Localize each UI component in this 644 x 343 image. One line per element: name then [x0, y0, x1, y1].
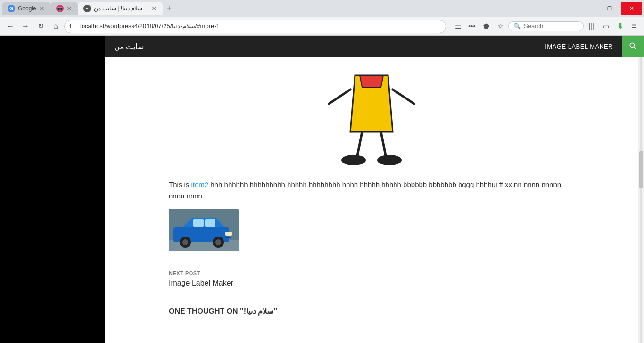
instagram-favicon: 📷: [56, 5, 64, 12]
tab-instagram[interactable]: 📷 ✕: [50, 2, 78, 15]
home-button[interactable]: ⌂: [49, 20, 62, 33]
content-container: This is item2 hhh hhhhhh hhhhhhhhh hhhhh…: [159, 57, 584, 343]
nav-label[interactable]: IMAGE LABEL MAKER: [536, 43, 622, 50]
car-image: [169, 209, 239, 251]
one-thought-heading: ONE THOUGHT ON "!سلام دنیا": [169, 307, 574, 316]
next-post-label: NEXT POST: [169, 270, 574, 276]
minimize-button[interactable]: —: [577, 2, 598, 15]
svg-line-5: [381, 132, 386, 155]
reader-view-button[interactable]: ☰: [452, 20, 464, 33]
tab-google-close[interactable]: ✕: [39, 5, 45, 12]
address-input[interactable]: [74, 20, 441, 33]
svg-rect-12: [193, 219, 204, 227]
scrollbar-thumb[interactable]: [639, 151, 643, 188]
address-bar-row: ← → ↻ ⌂ ℹ ☰ ••• ⬟ ☆ 🔍 ||| ▭ ⬇ ≡: [0, 17, 644, 36]
search-magnifier-icon: 🔍: [513, 23, 521, 30]
car-image-area: [169, 209, 574, 251]
svg-rect-13: [205, 219, 215, 227]
svg-line-2: [329, 90, 350, 104]
google-favicon: G: [8, 5, 15, 12]
tab-site-close[interactable]: ✕: [151, 5, 157, 12]
next-post-link[interactable]: Image Label Maker: [169, 279, 233, 287]
bookmarks-library-button[interactable]: |||: [586, 20, 598, 33]
search-input[interactable]: [524, 23, 578, 30]
post-divider-2: [169, 297, 574, 297]
main-content-area: سایت من IMAGE LABEL MAKER: [105, 36, 644, 343]
one-thought-section: ONE THOUGHT ON "!سلام دنیا": [169, 307, 574, 316]
text-before-link: This is: [169, 180, 191, 188]
svg-point-15: [182, 239, 188, 245]
header-search-button[interactable]: [622, 36, 644, 57]
stickman-image-area: [169, 57, 574, 179]
svg-marker-1: [360, 75, 383, 87]
post-divider: [169, 261, 574, 261]
page-body[interactable]: This is item2 hhh hhhhhh hhhhhhhhh hhhhh…: [105, 57, 644, 343]
search-svg-icon: [628, 41, 638, 51]
left-sidebar: [0, 36, 105, 343]
reload-button[interactable]: ↻: [34, 20, 47, 33]
item2-link[interactable]: item2: [191, 180, 209, 188]
site-title: سایت من: [114, 42, 144, 51]
menu-button[interactable]: ≡: [628, 20, 640, 33]
car-svg: [169, 209, 239, 251]
next-post-section: NEXT POST Image Label Maker: [169, 270, 574, 287]
forward-button[interactable]: →: [19, 20, 32, 33]
close-button[interactable]: ✕: [621, 2, 642, 15]
right-scrollbar[interactable]: [638, 57, 644, 343]
bookmark-button[interactable]: ☆: [494, 20, 506, 33]
tab-site-title: سلام دنیا! | سایت من: [94, 5, 149, 12]
new-tab-button[interactable]: +: [163, 2, 176, 15]
post-text: This is item2 hhh hhhhhh hhhhhhhhh hhhhh…: [169, 179, 574, 202]
title-bar: G Google ✕ 📷 ✕ ✦ سلام دنیا! | سایت من ✕ …: [0, 0, 644, 17]
lock-icon: ℹ: [69, 23, 72, 30]
address-icons: ☰ ••• ⬟ ☆: [452, 20, 506, 33]
text-after-link: hhh hhhhhh hhhhhhhhh hhhhh hhhhhhhh hhhh…: [169, 180, 561, 200]
responsive-design-button[interactable]: ▭: [600, 20, 612, 33]
window-controls: — ❐ ✕: [577, 2, 642, 15]
svg-line-3: [393, 90, 414, 104]
back-button[interactable]: ←: [4, 20, 17, 33]
svg-point-6: [342, 155, 365, 165]
tab-site[interactable]: ✦ سلام دنیا! | سایت من ✕: [78, 2, 163, 15]
svg-line-4: [357, 132, 362, 155]
download-button[interactable]: ⬇: [614, 20, 626, 33]
browser-chrome: G Google ✕ 📷 ✕ ✦ سلام دنیا! | سایت من ✕ …: [0, 0, 644, 36]
svg-rect-18: [225, 232, 232, 236]
svg-point-7: [378, 155, 401, 165]
search-box: 🔍: [508, 21, 584, 31]
site-header: سایت من IMAGE LABEL MAKER: [105, 36, 644, 57]
maximize-button[interactable]: ❐: [599, 2, 620, 15]
svg-rect-19: [225, 237, 231, 238]
tab-instagram-close[interactable]: ✕: [66, 5, 72, 12]
stickman-svg: [320, 57, 423, 170]
scrollbar-track: [640, 57, 642, 343]
site-favicon: ✦: [83, 5, 91, 12]
tab-google[interactable]: G Google ✕: [2, 2, 50, 15]
page-wrapper: سایت من IMAGE LABEL MAKER: [0, 36, 644, 343]
tab-google-title: Google: [18, 5, 36, 12]
pocket-button[interactable]: ⬟: [480, 20, 492, 33]
more-options-button[interactable]: •••: [466, 20, 478, 33]
header-right: IMAGE LABEL MAKER: [536, 36, 644, 57]
svg-point-17: [215, 239, 221, 245]
